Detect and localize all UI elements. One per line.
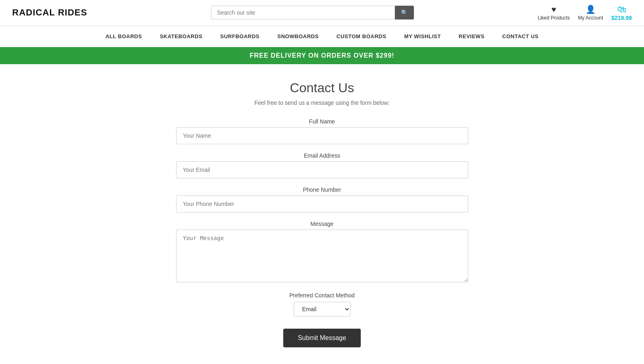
main-content: Contact Us Feel free to send us a messag… xyxy=(168,80,476,347)
search-container: 🔍 xyxy=(211,6,414,20)
phone-label: Phone Number xyxy=(176,186,468,193)
preferred-method-label: Preferred Contact Method xyxy=(176,292,468,299)
nav-item-surfboards[interactable]: SURFBOARDS xyxy=(211,26,269,47)
search-button[interactable]: 🔍 xyxy=(395,6,414,20)
my-account-button[interactable]: 👤 My Account xyxy=(578,4,603,21)
cart-amount: $219.99 xyxy=(611,15,632,21)
nav-item-skateboards[interactable]: SKATEBOARDS xyxy=(151,26,211,47)
full-name-label: Full Name xyxy=(176,118,468,125)
nav-item-my-wishlist[interactable]: MY WISHLIST xyxy=(395,26,450,47)
promo-banner-text: FREE DELIVERY ON ORDERS OVER $299! xyxy=(250,52,394,59)
cart-icon: 🛍 xyxy=(617,4,626,15)
email-input[interactable] xyxy=(176,161,468,178)
my-account-label: My Account xyxy=(578,15,603,21)
submit-button[interactable]: Submit Message xyxy=(283,329,361,347)
nav-item-reviews[interactable]: REVIEWS xyxy=(450,26,493,47)
message-textarea[interactable] xyxy=(176,230,468,282)
nav-item-snowboards[interactable]: SNOWBOARDS xyxy=(269,26,328,47)
liked-products-button[interactable]: ♥ Liked Products xyxy=(538,5,570,21)
message-label: Message xyxy=(176,221,468,227)
email-label: Email Address xyxy=(176,152,468,159)
liked-products-label: Liked Products xyxy=(538,15,570,21)
preferred-method-select[interactable]: Email Phone Text xyxy=(294,302,351,316)
phone-group: Phone Number xyxy=(176,186,468,212)
email-group: Email Address xyxy=(176,152,468,178)
account-icon: 👤 xyxy=(586,4,596,14)
nav-item-contact-us[interactable]: CONTACT US xyxy=(493,26,547,47)
search-input[interactable] xyxy=(211,6,395,20)
preferred-method-group: Preferred Contact Method Email Phone Tex… xyxy=(176,292,468,316)
header-right: ♥ Liked Products 👤 My Account 🛍 $219.99 xyxy=(538,4,632,21)
site-logo: RADICAL RIDES xyxy=(12,7,87,18)
phone-input[interactable] xyxy=(176,195,468,212)
page-title: Contact Us xyxy=(176,80,468,95)
main-nav: ALL BOARDS SKATEBOARDS SURFBOARDS SNOWBO… xyxy=(0,26,644,47)
promo-banner: FREE DELIVERY ON ORDERS OVER $299! xyxy=(0,47,644,64)
heart-icon: ♥ xyxy=(551,5,556,14)
full-name-group: Full Name xyxy=(176,118,468,144)
contact-form: Full Name Email Address Phone Number Mes… xyxy=(176,118,468,347)
full-name-input[interactable] xyxy=(176,127,468,144)
cart-button[interactable]: 🛍 $219.99 xyxy=(611,4,632,21)
nav-item-custom-boards[interactable]: CUSTOM BOARDS xyxy=(327,26,395,47)
nav-item-all-boards[interactable]: ALL BOARDS xyxy=(97,26,151,47)
header: RADICAL RIDES 🔍 ♥ Liked Products 👤 My Ac… xyxy=(0,0,644,26)
message-group: Message xyxy=(176,221,468,284)
page-subtitle: Feel free to send us a message using the… xyxy=(176,100,468,106)
search-icon: 🔍 xyxy=(401,9,408,16)
